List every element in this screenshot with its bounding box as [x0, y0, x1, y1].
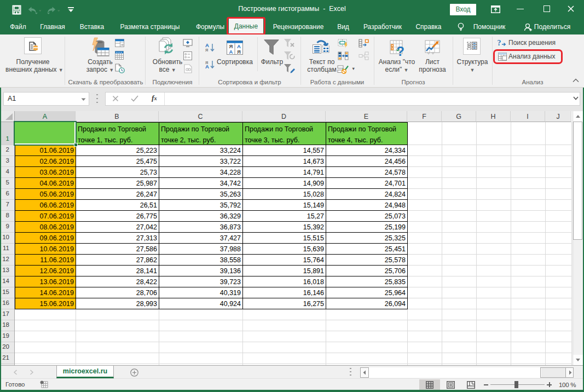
svg-text:?: ?: [396, 44, 404, 57]
svg-text:?: ?: [498, 39, 501, 47]
svg-text:Я: Я: [237, 49, 241, 55]
svg-text:А: А: [229, 49, 233, 55]
